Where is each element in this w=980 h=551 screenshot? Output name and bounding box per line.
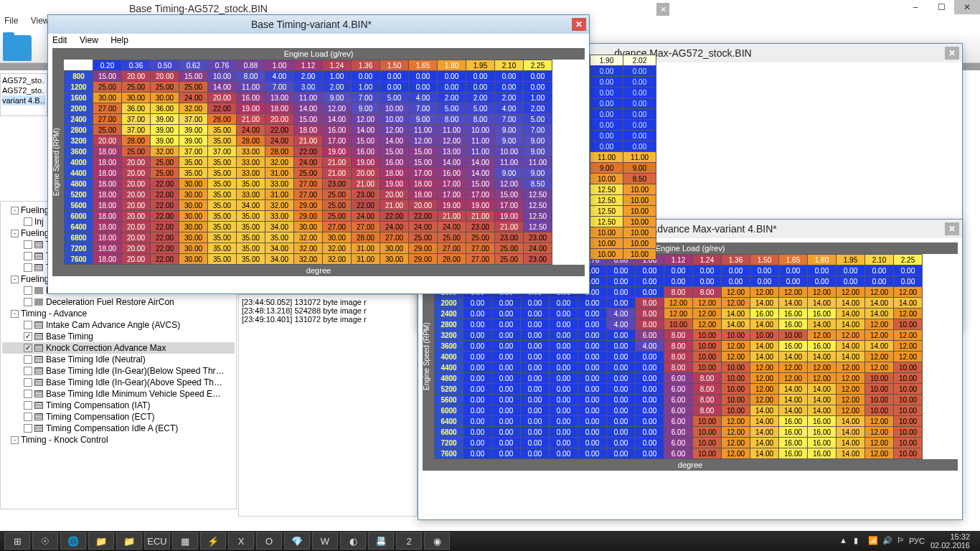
menu-help[interactable]: Help bbox=[110, 35, 128, 45]
file-item[interactable]: AG572_sto… bbox=[2, 85, 45, 95]
tray-icon[interactable]: ▮ bbox=[854, 536, 864, 546]
tree-item[interactable]: -Timing - Knock Control bbox=[2, 434, 235, 446]
window-menubar: Edit View Help bbox=[48, 34, 589, 48]
tree-item[interactable]: Base Timing Idle (In-Gear)(Above Speed T… bbox=[2, 377, 235, 388]
tree-item[interactable]: Deceleration Fuel Restore AirCon bbox=[2, 296, 235, 308]
app-window-controls: – ☐ ✕ bbox=[903, 0, 980, 14]
menu-view[interactable]: View bbox=[31, 16, 50, 26]
log-panel: [23:44:50.052] 131072 byte image r[23:48… bbox=[238, 294, 418, 517]
bg-close-button[interactable]: ✕ bbox=[656, 3, 669, 16]
taskbar-button[interactable]: ⚡ bbox=[200, 532, 226, 550]
taskbar-button[interactable]: ▦ bbox=[172, 532, 198, 550]
close-icon[interactable]: ✕ bbox=[945, 47, 959, 60]
minimize-button[interactable]: – bbox=[903, 0, 928, 14]
bg-window-title: Base Timing-AG572_stock.BIN bbox=[129, 3, 268, 14]
close-icon[interactable]: ✕ bbox=[572, 18, 586, 31]
file-item[interactable]: variant 4.B… bbox=[2, 95, 45, 105]
menu-edit[interactable]: Edit bbox=[52, 35, 67, 45]
taskbar-button[interactable]: 📁 bbox=[88, 532, 114, 550]
base-timing-variant-window[interactable]: Base Timing-variant 4.BIN* ✕ Edit View H… bbox=[47, 14, 590, 294]
menu-file[interactable]: File bbox=[4, 16, 18, 26]
tree-item[interactable]: Base Timing Idle (In-Gear)(Below Speed T… bbox=[2, 365, 235, 377]
tree-item[interactable]: Intake Cam Advance Angle (AVCS) bbox=[2, 319, 235, 331]
menu-view[interactable]: View bbox=[80, 35, 98, 45]
tray-icon[interactable]: 🏳 bbox=[897, 536, 907, 546]
taskbar-button[interactable]: ◉ bbox=[424, 532, 450, 550]
taskbar-button[interactable]: ◐ bbox=[340, 532, 366, 550]
window-title: Base Timing-variant 4.BIN* bbox=[51, 19, 572, 30]
tray-icon[interactable]: 🔊 bbox=[882, 536, 892, 546]
clock[interactable]: 15:3202.02.2016 bbox=[930, 532, 970, 550]
tree-item[interactable]: -Timing - Advance bbox=[2, 308, 235, 319]
taskbar[interactable]: ⊞☉🌐📁📁ECU▦⚡XO💎W◐📇2◉ ▲▮📶🔊🏳 РУС 15:3202.02.… bbox=[0, 531, 980, 551]
close-button[interactable]: ✕ bbox=[954, 0, 980, 14]
rpm-axis-label: Engine Speed (RPM) bbox=[52, 60, 64, 265]
tree-item[interactable]: Timing Compensation (IAT) bbox=[2, 400, 235, 411]
unit-label: degree bbox=[423, 459, 958, 471]
unit-label: degree bbox=[52, 265, 585, 276]
tree-item[interactable]: Timing Compensation Idle A (ECT) bbox=[2, 423, 235, 434]
taskbar-button[interactable]: ⊞ bbox=[4, 532, 30, 550]
tree-item[interactable]: ✓Base Timing bbox=[2, 331, 235, 342]
taskbar-button[interactable]: 📇 bbox=[368, 532, 394, 550]
taskbar-button[interactable]: 2 bbox=[396, 532, 422, 550]
tray-icon[interactable]: ▲ bbox=[839, 536, 849, 546]
base-timing-table[interactable]: 0.200.360.500.620.760.881.001.121.241.36… bbox=[64, 60, 552, 265]
stock-extra-columns: 1.902.020.000.000.000.000.000.000.000.00… bbox=[590, 55, 669, 260]
taskbar-button[interactable]: W bbox=[312, 532, 338, 550]
file-item[interactable]: AG572_sto… bbox=[2, 75, 45, 85]
taskbar-button[interactable]: 📁 bbox=[116, 532, 142, 550]
tree-item[interactable]: Timing Compensation (ECT) bbox=[2, 411, 235, 423]
taskbar-button[interactable]: 💎 bbox=[284, 532, 310, 550]
tree-item[interactable]: Base Timing Idle Minimum Vehicle Speed E… bbox=[2, 388, 235, 400]
lang-indicator[interactable]: РУС bbox=[909, 537, 925, 545]
taskbar-button[interactable]: 🌐 bbox=[60, 532, 86, 550]
maximize-button[interactable]: ☐ bbox=[928, 0, 954, 14]
tree-item[interactable]: Base Timing Idle (Neutral) bbox=[2, 354, 235, 365]
taskbar-button[interactable]: ☉ bbox=[32, 532, 58, 550]
taskbar-button[interactable]: O bbox=[256, 532, 282, 550]
taskbar-button[interactable]: ECU bbox=[144, 532, 170, 550]
load-axis-label: Engine Load (g/rev) bbox=[52, 48, 585, 60]
tree-item[interactable]: ✓Knock Correction Advance Max bbox=[2, 342, 235, 354]
tray-icon[interactable]: 📶 bbox=[868, 536, 878, 546]
close-icon[interactable]: ✕ bbox=[945, 222, 959, 235]
open-folder-icon[interactable] bbox=[3, 35, 32, 61]
taskbar-button[interactable]: X bbox=[228, 532, 254, 550]
file-list[interactable]: AG572_sto…AG572_sto…variant 4.B… bbox=[0, 73, 47, 116]
